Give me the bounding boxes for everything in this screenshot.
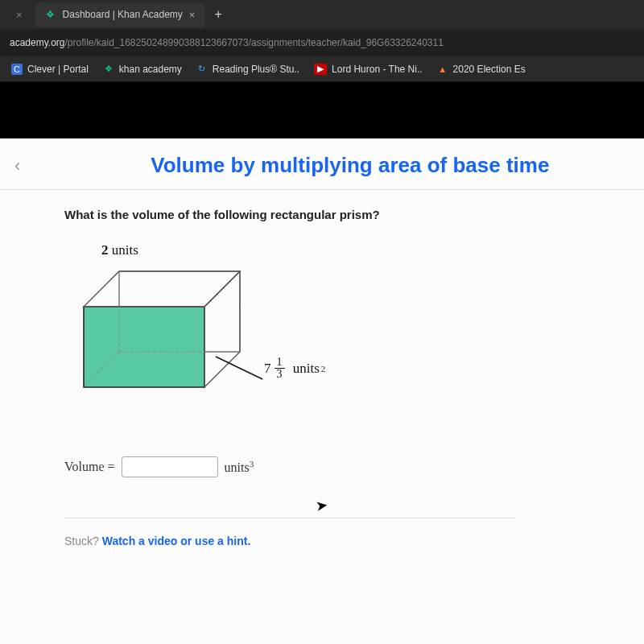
- answer-label: Volume =: [64, 460, 115, 474]
- page-content: ‹ Volume by multiplying area of base tim…: [0, 138, 644, 644]
- prism-diagram: 2 units 7 1 3 units2: [79, 244, 353, 429]
- prism-svg: [79, 244, 353, 429]
- answer-unit: units3: [225, 459, 254, 475]
- volume-input[interactable]: [122, 456, 218, 477]
- khan-icon: ❖: [103, 64, 114, 75]
- page-title: Volume by multiplying area of base time: [30, 153, 628, 178]
- bookmark-clever[interactable]: C Clever | Portal: [11, 64, 89, 75]
- stuck-help: Stuck? Watch a video or use a hint.: [64, 535, 580, 547]
- bookmarks-bar: C Clever | Portal ❖ khan academy ↻ Readi…: [0, 56, 644, 82]
- tab-bar: × ❖ Dashboard | Khan Academy × +: [0, 0, 644, 29]
- svg-marker-3: [84, 271, 240, 307]
- new-tab-button[interactable]: +: [208, 4, 228, 25]
- tab-title: Dashboard | Khan Academy: [63, 9, 183, 20]
- svg-marker-1: [84, 307, 204, 387]
- base-area-dimension: 7 1 3 units2: [264, 357, 325, 380]
- stuck-prefix: Stuck?: [64, 535, 102, 547]
- hint-link[interactable]: Watch a video or use a hint.: [102, 535, 251, 547]
- window-gap: [0, 82, 644, 138]
- answer-row: Volume = units3: [64, 456, 580, 477]
- url-text: academy.org/profile/kaid_168250248990388…: [10, 37, 444, 48]
- bookmark-label: Reading Plus® Stu..: [213, 64, 299, 75]
- bookmark-label: Lord Huron - The Ni..: [332, 64, 423, 75]
- browser-tab-inactive[interactable]: ×: [6, 2, 32, 27]
- clever-icon: C: [11, 64, 23, 75]
- browser-tab-active[interactable]: ❖ Dashboard | Khan Academy ×: [35, 2, 205, 27]
- bookmark-election[interactable]: ▲ 2020 Election Es: [437, 64, 526, 75]
- address-bar[interactable]: academy.org/profile/kaid_168250248990388…: [0, 29, 644, 56]
- close-icon[interactable]: ×: [16, 9, 23, 21]
- length-dimension: 2 units: [101, 242, 138, 258]
- divider: [64, 518, 515, 518]
- bookmark-label: khan academy: [119, 64, 182, 75]
- bookmark-khan[interactable]: ❖ khan academy: [103, 64, 182, 75]
- close-icon[interactable]: ×: [189, 9, 196, 21]
- bookmark-label: 2020 Election Es: [453, 64, 526, 75]
- youtube-icon: ▶: [314, 64, 327, 75]
- mouse-cursor-icon: ➤: [315, 496, 329, 515]
- page-header: ‹ Volume by multiplying area of base tim…: [0, 138, 644, 190]
- election-icon: ▲: [437, 64, 448, 75]
- bookmark-lord-huron[interactable]: ▶ Lord Huron - The Ni..: [314, 64, 423, 75]
- svg-line-7: [216, 357, 262, 379]
- bookmark-reading-plus[interactable]: ↻ Reading Plus® Stu..: [196, 64, 299, 75]
- back-chevron-icon[interactable]: ‹: [5, 155, 30, 176]
- bookmark-label: Clever | Portal: [27, 64, 89, 75]
- khan-favicon-icon: ❖: [45, 9, 56, 20]
- question-prompt: What is the volume of the following rect…: [64, 208, 580, 221]
- reading-icon: ↻: [196, 64, 208, 75]
